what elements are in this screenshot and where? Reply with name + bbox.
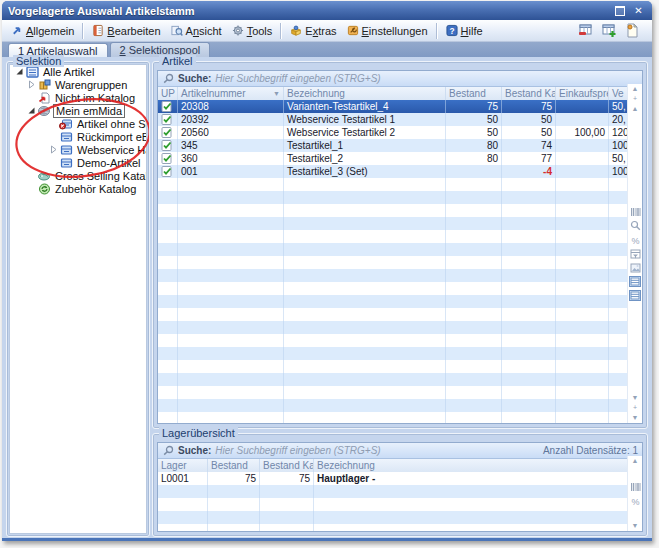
table-row-empty	[158, 191, 628, 204]
menu-label: Einstellungen	[362, 25, 428, 37]
table-cell	[260, 485, 314, 498]
table-cell: 80	[446, 139, 502, 152]
table-row[interactable]: 345Testartikel_18074100	[158, 139, 628, 152]
selection-tree: Alle ArtikelWarengruppenNicht im Katalog…	[9, 64, 147, 534]
scroll-glyph[interactable]: ▲	[632, 456, 639, 466]
column-header-bezeichnung[interactable]: Bezeichnung	[284, 87, 446, 100]
table-cell	[446, 412, 502, 424]
table-cell	[178, 191, 284, 204]
table-cell	[158, 373, 178, 386]
scroll-glyph[interactable]: ▼	[632, 521, 639, 531]
table-row[interactable]: 20392Webservice Testartikel 1505020,	[158, 113, 628, 126]
column-header-lager[interactable]: Lager	[158, 459, 208, 472]
column-header-label: Bestand	[449, 88, 486, 99]
table-cell	[284, 295, 446, 308]
menu-bearbeiten[interactable]: Bearbeiten	[87, 22, 165, 40]
image-icon[interactable]	[629, 262, 641, 274]
close-button[interactable]: ✕	[631, 4, 646, 17]
table-cell	[260, 524, 314, 532]
column-header-bestand-kalk-[interactable]: Bestand Kalk.	[502, 87, 556, 100]
tree-item-artikel-ohne-shop-kategorie[interactable]: Artikel ohne Shop-Kategorie	[10, 117, 146, 130]
scroll-glyph[interactable]: ▼	[632, 393, 639, 403]
lager-search-input[interactable]: Suche: Hier Suchbegriff eingeben (STRG+S…	[158, 443, 642, 459]
table-remove-icon[interactable]	[577, 23, 594, 39]
table-row[interactable]: 20308Varianten-Testartikel_4757550,	[158, 100, 628, 113]
menu-allgemein[interactable]: Allgemein	[6, 22, 79, 40]
artikel-search-input[interactable]: Suche: Hier Suchbegriff eingeben (STRG+S…	[158, 71, 642, 87]
menu-hilfe[interactable]: ?Hilfe	[441, 22, 488, 40]
scroll-glyph[interactable]: ▲	[632, 104, 639, 114]
tree-item-nicht-im-katalog[interactable]: Nicht im Katalog	[10, 91, 146, 104]
table-cell	[556, 243, 609, 256]
box-no-category-icon	[59, 118, 73, 130]
barcode-icon[interactable]	[629, 206, 641, 218]
expander-open-icon[interactable]	[14, 67, 25, 76]
table-row[interactable]: 20560Webservice Testartikel 25050100,001…	[158, 126, 628, 139]
column-header-bestand[interactable]: Bestand	[208, 459, 260, 472]
tree-item-webservice-hauptkategorie[interactable]: Webservice Hauptkategorie	[10, 143, 146, 156]
table-cell	[178, 386, 284, 399]
menu-einstellungen[interactable]: Einstellungen	[342, 22, 433, 40]
table-row-empty	[158, 511, 628, 524]
help-icon: ?	[446, 25, 458, 37]
menu-ansicht[interactable]: Ansicht	[166, 22, 227, 40]
table-cell	[502, 360, 556, 373]
scroll-glyph[interactable]: +	[633, 94, 637, 104]
table-cell	[284, 412, 446, 424]
column-header-label: Bezeichnung	[317, 460, 375, 471]
table-cell	[208, 511, 260, 524]
column-header-bezeichnung[interactable]: Bezeichnung	[314, 459, 630, 472]
column-header-up[interactable]: UP	[158, 87, 178, 100]
scroll-glyph[interactable]: +	[633, 403, 637, 413]
tree-item-r-ckimport-ebay[interactable]: Rückimport eBay	[10, 130, 146, 143]
menu-extras[interactable]: Extras	[285, 22, 341, 40]
table-cell	[208, 498, 260, 511]
zoom-icon[interactable]	[629, 220, 641, 232]
table-cell: Webservice Testartikel 2	[284, 126, 446, 139]
tab-strip: 1 Artikelauswahl2 Selektionspool	[2, 42, 652, 57]
tree-item-warengruppen[interactable]: Warengruppen	[10, 78, 146, 91]
percent-icon[interactable]: %	[629, 234, 641, 246]
table-row-empty	[158, 399, 628, 412]
expander-closed-icon[interactable]	[26, 80, 37, 89]
expander-closed-icon[interactable]	[48, 145, 59, 154]
tree-item-zubeh-r-katalog[interactable]: Zubehör Katalog	[10, 182, 146, 195]
table-cell: 360	[178, 152, 284, 165]
tree-item-cross-selling-katalog[interactable]: Cross Selling Katalog	[10, 169, 146, 182]
table-row-empty	[158, 524, 628, 532]
scroll-glyph[interactable]: ▼	[632, 413, 639, 423]
column-header-bestand-kalk-[interactable]: Bestand Kalk.	[260, 459, 314, 472]
table-cell	[446, 295, 502, 308]
menu-label: Extras	[305, 25, 336, 37]
filter-table-icon[interactable]	[629, 248, 641, 260]
menu-separator	[280, 23, 282, 39]
table-cell: Testartikel_2	[284, 152, 446, 165]
tree-item-demo-artikel[interactable]: Demo-Artikel	[10, 156, 146, 169]
table-cell	[178, 347, 284, 360]
table-cell	[158, 256, 178, 269]
menu-tools[interactable]: Tools	[227, 22, 278, 40]
grid-blue-icon[interactable]	[629, 276, 641, 288]
column-header-bestand[interactable]: Bestand	[446, 87, 502, 100]
table-cell	[556, 152, 609, 165]
tree-item-mein-emmida[interactable]: Mein emMida	[10, 104, 146, 117]
table-row[interactable]: 001Testartikel_3 (Set)-4100	[158, 165, 628, 178]
table-cell: 50	[446, 113, 502, 126]
expander-open-icon[interactable]	[26, 106, 37, 115]
table-row[interactable]: L00017575Hauptlager -	[158, 472, 628, 485]
table-add-icon[interactable]	[600, 23, 617, 39]
percent-icon[interactable]: %	[629, 495, 641, 507]
table-row[interactable]: 360Testartikel_2807750,	[158, 152, 628, 165]
artikel-groupbox: Artikel Suche: Hier Suchbegriff eingeben…	[152, 61, 648, 429]
table-cell	[284, 178, 446, 191]
restore-button[interactable]	[612, 4, 627, 17]
scroll-glyph[interactable]: ▲	[632, 84, 639, 94]
new-note-icon[interactable]	[623, 23, 640, 39]
column-header-einkaufspreis[interactable]: Einkaufspreis	[556, 87, 609, 100]
column-header-artikelnummer[interactable]: Artikelnummer▼	[178, 87, 284, 100]
grid-blue-icon[interactable]	[629, 290, 641, 302]
table-cell	[502, 295, 556, 308]
barcode-icon[interactable]	[629, 481, 641, 493]
table-cell	[178, 412, 284, 424]
table-cell	[284, 373, 446, 386]
